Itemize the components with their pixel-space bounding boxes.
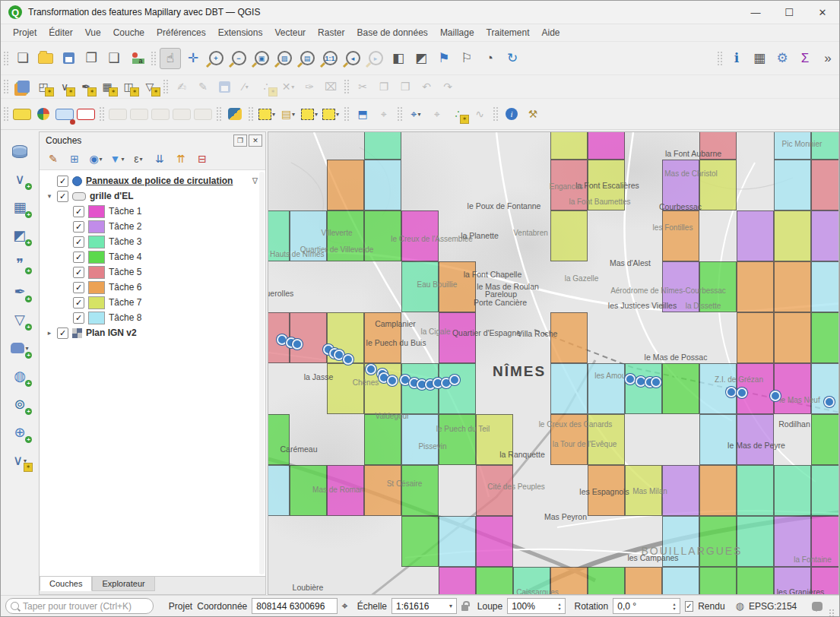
color-swatch[interactable] xyxy=(88,312,105,324)
add-mesh-layer[interactable]: ◩+ xyxy=(8,225,32,246)
new-map-view[interactable]: ◧ xyxy=(388,48,409,69)
zoom-native[interactable]: 1:1 xyxy=(319,48,341,69)
new-gpx-layer[interactable]: ✒✶ xyxy=(76,78,96,96)
scale-lock-icon[interactable] xyxy=(461,605,468,611)
layer-visibility-checkbox[interactable]: ✓ xyxy=(57,176,68,187)
add-arcgis-layer[interactable]: ⊚+ xyxy=(8,394,32,415)
open-layer-styling[interactable]: ✎ xyxy=(43,150,63,168)
panel-float-button[interactable]: ❐ xyxy=(233,134,247,147)
zoom-in[interactable]: + xyxy=(205,48,227,69)
color-swatch[interactable] xyxy=(88,296,105,309)
zoom-out[interactable]: − xyxy=(228,48,249,69)
select-features-by-value[interactable]: ▤▾ xyxy=(278,105,298,123)
zoom-to-layer[interactable]: ▤ xyxy=(296,48,318,69)
minimize-button[interactable]: — xyxy=(739,1,772,24)
identify-info[interactable]: i xyxy=(502,105,521,123)
layer-visibility-checkbox[interactable]: ✓ xyxy=(57,327,68,339)
add-vector-layer[interactable]: ∨+ xyxy=(8,169,32,190)
messages-icon[interactable] xyxy=(812,602,823,611)
color-swatch[interactable] xyxy=(88,236,105,248)
collapse-all[interactable]: ⇈ xyxy=(171,150,191,168)
add-spatialite-layer[interactable]: ✒+ xyxy=(8,281,32,302)
open-project[interactable] xyxy=(35,48,56,69)
mouse-extent-icon[interactable]: ⌖ xyxy=(342,600,348,612)
statistical-summary[interactable]: ▦ xyxy=(749,48,770,69)
layer-name[interactable]: Tâche 6 xyxy=(109,282,141,293)
new-mesh-layer[interactable]: ▦✶ xyxy=(97,78,117,96)
new-virtual-layer[interactable]: ▽✶ xyxy=(140,78,160,96)
pin-unpin-labels[interactable] xyxy=(55,105,74,123)
add-virtual-layer[interactable]: ▽+ xyxy=(8,309,32,331)
add-vector-tile-layer[interactable]: ∨✶▾ xyxy=(8,450,32,471)
pan-map[interactable]: ☝ xyxy=(160,48,181,69)
layer-visibility-checkbox[interactable]: ✓ xyxy=(73,252,84,263)
add-raster-layer[interactable]: ▦+ xyxy=(8,197,32,218)
layer-name[interactable]: Tâche 8 xyxy=(109,312,141,323)
layer-visibility-checkbox[interactable]: ✓ xyxy=(73,267,84,278)
layer-name[interactable]: Panneaux de police de circulation xyxy=(86,176,233,186)
scale-combobox[interactable]: 1:61616▾ xyxy=(391,598,457,614)
filter-legend[interactable]: ▼▾ xyxy=(107,150,127,168)
deselect-features[interactable]: ▾ xyxy=(300,105,319,123)
new-print-layout[interactable]: ❐ xyxy=(81,48,102,69)
feature-action-star[interactable]: ∴✶ xyxy=(449,105,468,123)
layer-name[interactable]: Tâche 1 xyxy=(109,206,141,217)
layer-name[interactable]: Tâche 2 xyxy=(109,221,141,232)
add-wfs-layer[interactable]: ⊕+ xyxy=(8,422,32,443)
toolbar-overflow[interactable]: » xyxy=(817,48,838,69)
select-features-by-area[interactable]: ▾ xyxy=(257,105,277,123)
layer-visibility-checkbox[interactable]: ✓ xyxy=(73,282,84,293)
menu-traitement[interactable]: Traitement xyxy=(480,26,536,40)
new-project[interactable]: ❏ xyxy=(12,48,33,69)
menu-couche[interactable]: Couche xyxy=(107,26,151,40)
new-shapefile-layer[interactable]: ∨✶ xyxy=(55,78,74,96)
refresh-map[interactable]: ↻ xyxy=(502,48,523,69)
tab-couches[interactable]: Couches xyxy=(40,577,92,591)
raster-icon[interactable] xyxy=(72,328,82,338)
style-manager[interactable] xyxy=(126,48,147,69)
layer-name[interactable]: Tâche 5 xyxy=(109,267,141,277)
color-swatch[interactable] xyxy=(88,220,105,233)
color-swatch[interactable] xyxy=(88,251,105,264)
layer-name[interactable]: Plan IGN v2 xyxy=(86,327,137,338)
color-swatch[interactable] xyxy=(88,266,105,279)
map-canvas[interactable]: NÎMESBOUILLARGUESRodilhanles Hauts de Nî… xyxy=(268,131,839,595)
new-spatial-bookmark[interactable]: ⚑ xyxy=(433,48,455,69)
manage-map-themes[interactable]: ◉▾ xyxy=(86,150,106,168)
zoom-full[interactable]: ▣ xyxy=(251,48,272,69)
color-swatch[interactable] xyxy=(88,205,105,218)
menu-vue[interactable]: Vue xyxy=(79,26,107,40)
point-symbol-icon[interactable] xyxy=(72,176,82,186)
filter-indicator-icon[interactable]: ∇ xyxy=(252,176,258,186)
magnifier-spinbox[interactable]: 100%▴▾ xyxy=(507,598,565,614)
highlight-pinned-labels[interactable] xyxy=(76,105,96,123)
pan-to-selection[interactable]: ✛ xyxy=(182,48,204,69)
select-by-location[interactable]: ▾ xyxy=(321,105,341,123)
identify-features[interactable]: ℹ xyxy=(726,48,747,69)
add-postgis-layer[interactable]: +▾ xyxy=(8,337,32,359)
resize-grip[interactable] xyxy=(829,609,835,616)
menu-raster[interactable]: Raster xyxy=(312,26,350,40)
show-sum-features[interactable]: Σ xyxy=(794,48,816,69)
epsg-button[interactable]: EPSG:2154 xyxy=(749,601,797,612)
expander-icon[interactable]: ▾ xyxy=(46,192,53,200)
group-icon[interactable] xyxy=(72,192,86,201)
zoom-to-selection[interactable]: ▨ xyxy=(274,48,295,69)
options-wrench[interactable]: ⚒ xyxy=(523,105,543,123)
python-console[interactable] xyxy=(225,105,245,123)
temporal-controller[interactable]: ◔ xyxy=(479,48,500,69)
remove-layer[interactable]: ⊟ xyxy=(192,150,212,168)
menu-base-de-donn-es[interactable]: Base de données xyxy=(350,26,433,40)
layer-visibility-checkbox[interactable]: ✓ xyxy=(73,297,84,308)
coordinate-input[interactable]: 808144 6300696 xyxy=(252,598,337,614)
add-delimited-text-layer[interactable]: ❞+ xyxy=(8,253,32,274)
add-group[interactable]: ⊞ xyxy=(65,150,84,168)
layer-diagram-options[interactable] xyxy=(33,105,53,123)
open-data-source-manager[interactable] xyxy=(12,78,32,96)
save-project[interactable] xyxy=(58,48,79,69)
locator-search-input[interactable]: Taper pour trouver (Ctrl+K) xyxy=(5,598,154,614)
menu-maillage[interactable]: Maillage xyxy=(434,26,480,40)
new-grid-layer[interactable]: ◫✶ xyxy=(119,78,138,96)
menu-aide[interactable]: Aide xyxy=(535,26,566,40)
show-bookmarks[interactable]: ⚐ xyxy=(456,48,477,69)
